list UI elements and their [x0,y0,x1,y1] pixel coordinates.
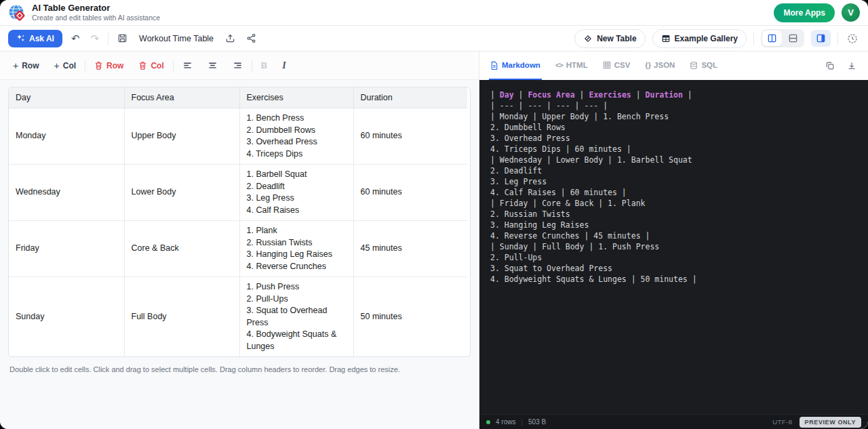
page-subtitle: Create and edit tables with AI assistanc… [32,14,160,22]
toolbar-divider [85,59,85,73]
example-gallery-button[interactable]: Example Gallery [652,29,747,48]
sql-database-icon [690,61,698,70]
column-header[interactable]: Exercises [239,87,353,108]
bold-icon: B [261,60,267,70]
duration-cell[interactable]: 45 minutes [353,221,467,277]
exercises-cell[interactable]: 1. Push Press2. Pull-Ups3. Squat to Over… [239,277,353,357]
code-line: 4. Triceps Dips | 60 minutes | [490,144,857,155]
day-cell[interactable]: Friday [9,221,124,277]
share-icon [246,33,256,43]
copy-icon [825,61,835,70]
status-divider: | [521,418,523,426]
redo-button[interactable]: ↷ [88,31,101,45]
align-right-button[interactable] [226,56,249,75]
tab-sql[interactable]: SQL [688,52,719,80]
exercise-line: 2. Pull-Ups [247,293,347,306]
exercise-line: 1. Push Press [247,281,347,293]
ask-ai-button[interactable]: Ask AI [8,30,62,47]
italic-icon: I [282,60,285,71]
panel-right-toggle[interactable] [811,30,831,47]
code-line-header: | Day | Focus Area | Exercises | Duratio… [490,89,857,100]
delete-row-label: Row [106,61,123,70]
focus-area-cell[interactable]: Upper Body [124,108,239,165]
history-button[interactable] [845,31,860,46]
focus-area-cell[interactable]: Core & Back [124,221,239,277]
export-panel: Markdown <> HTML CSV { } JSON SQL [479,52,868,429]
bold-button[interactable]: B [255,56,273,75]
csv-grid-icon [603,61,611,69]
duration-cell[interactable]: 60 minutes [353,108,467,165]
italic-button[interactable]: I [276,56,292,75]
duration-cell[interactable]: 50 minutes [353,277,467,357]
document-title[interactable]: Workout Time Table [139,34,214,43]
add-row-button[interactable]: +Row [7,57,45,75]
new-table-button[interactable]: New Table [574,29,645,48]
day-cell[interactable]: Wednesday [9,165,124,221]
delete-row-button[interactable]: Row [88,57,130,75]
tab-json[interactable]: { } JSON [644,52,676,80]
table-editor-panel: +Row +Col Row Col B I [0,52,479,429]
export-button[interactable] [223,31,237,45]
code-line: 3. Squat to Overhead Press [490,263,857,274]
app-logo-icon [8,4,26,22]
tab-markdown[interactable]: Markdown [489,52,542,80]
new-table-icon [583,34,593,43]
focus-area-cell[interactable]: Full Body [124,277,239,357]
new-table-label: New Table [597,34,636,43]
more-apps-button[interactable]: More Apps [774,3,835,22]
table-row: MondayUpper Body1. Bench Press2. Dumbbel… [9,108,467,165]
exercises-cell[interactable]: 1. Plank2. Russian Twists3. Hanging Leg … [239,221,353,277]
save-button[interactable] [115,31,130,45]
plus-icon: + [13,61,18,70]
app-header: AI Table Generator Create and edit table… [0,0,868,26]
code-header-cell: Focus Area [528,90,574,100]
undo-button[interactable]: ↶ [69,31,82,45]
add-col-button[interactable]: +Col [48,57,83,75]
split-vertical-toggle[interactable] [762,30,782,46]
split-horizontal-toggle[interactable] [783,30,803,46]
align-left-button[interactable] [176,56,199,75]
save-icon [117,33,127,43]
column-header[interactable]: Focus Area [124,87,239,108]
status-green-dot [486,420,490,424]
exercise-line: 2. Russian Twists [247,237,347,249]
day-cell[interactable]: Monday [9,108,124,165]
code-line: | Friday | Core & Back | 1. Plank [490,198,857,209]
column-header[interactable]: Duration [353,87,467,108]
table-body: MondayUpper Body1. Bench Press2. Dumbbel… [9,108,467,357]
markdown-code-view[interactable]: | Day | Focus Area | Exercises | Duratio… [479,80,868,414]
align-center-button[interactable] [201,56,224,75]
day-cell[interactable]: Sunday [9,277,124,357]
share-button[interactable] [244,31,258,45]
avatar[interactable]: V [842,3,860,22]
exercise-line: 3. Squat to Overhead Press [247,305,347,329]
code-line: | Monday | Upper Body | 1. Bench Press [490,111,857,122]
trash-icon [94,61,103,70]
download-button[interactable] [845,59,859,73]
tab-html[interactable]: <> HTML [554,52,589,80]
column-header[interactable]: Day [9,87,124,108]
code-line: | Sunday | Full Body | 1. Push Press [490,241,857,252]
split-horizontal-icon [788,33,798,43]
data-table-card: DayFocus AreaExercisesDuration MondayUpp… [8,87,471,357]
exercise-line: 4. Bodyweight Squats & Lunges [247,329,347,352]
exercises-cell[interactable]: 1. Bench Press2. Dumbbell Rows3. Overhea… [239,108,353,165]
code-line: 3. Hanging Leg Raises [490,220,857,230]
copy-button[interactable] [823,59,837,73]
delete-col-button[interactable]: Col [132,57,170,75]
main-toolbar: Ask AI ↶ ↷ Workout Time Table New Table … [0,26,868,52]
toolbar-divider [252,59,252,73]
toolbar-divider [753,32,754,45]
duration-cell[interactable]: 60 minutes [353,165,467,221]
data-table[interactable]: DayFocus AreaExercisesDuration MondayUpp… [9,87,467,356]
sparkles-icon [16,34,25,43]
plus-icon: + [54,61,60,70]
export-actions [823,52,859,80]
tab-json-label: JSON [654,61,675,69]
table-row: WednesdayLower Body1. Barbell Squat2. De… [9,165,467,221]
layout-segmented-control [761,29,804,47]
exercises-cell[interactable]: 1. Barbell Squat2. Deadlift3. Leg Press4… [239,165,353,221]
tab-csv[interactable]: CSV [601,52,632,80]
exercise-line: 1. Bench Press [247,113,347,125]
focus-area-cell[interactable]: Lower Body [124,165,239,221]
